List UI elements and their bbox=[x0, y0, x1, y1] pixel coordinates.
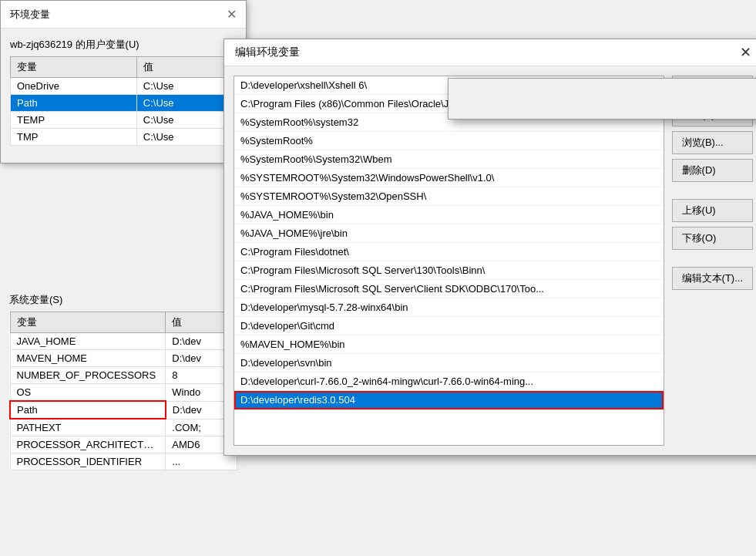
sys-var-name: PROCESSOR_ARCHITECTURE bbox=[10, 436, 166, 453]
browse-button[interactable]: 浏览(B)... bbox=[672, 131, 753, 154]
user-var-name: OneDrive bbox=[11, 78, 137, 95]
path-list[interactable]: D:\developer\xshell\Xshell 6\C:\Program … bbox=[234, 76, 664, 446]
edit-env-body: D:\developer\xshell\Xshell 6\C:\Program … bbox=[224, 66, 756, 455]
sys-var-row[interactable]: PathD:\dev bbox=[10, 401, 237, 419]
user-var-name: Path bbox=[11, 95, 137, 112]
sys-var-row[interactable]: PROCESSOR_ARCHITECTUREAMD6 bbox=[10, 436, 237, 453]
user-var-row[interactable]: TMPC:\Use bbox=[11, 129, 237, 146]
path-list-item[interactable]: D:\developer\svn\bin bbox=[234, 354, 664, 372]
user-vars-table: 变量 值 OneDriveC:\UsePathC:\UseTEMPC:\UseT… bbox=[10, 56, 237, 146]
env-vars-dialog: 环境变量 ✕ wb-zjq636219 的用户变量(U) 变量 值 OneDri… bbox=[0, 0, 247, 163]
user-var-val: C:\Use bbox=[136, 78, 236, 95]
sys-var-row[interactable]: NUMBER_OF_PROCESSORS8 bbox=[10, 367, 237, 384]
spacer2 bbox=[672, 254, 753, 262]
user-col-val: 值 bbox=[136, 57, 236, 78]
path-list-item[interactable]: %SystemRoot%\System32\Wbem bbox=[234, 150, 664, 169]
user-var-val: C:\Use bbox=[136, 112, 236, 129]
path-list-item[interactable]: C:\Program Files\Microsoft SQL Server\Cl… bbox=[234, 280, 664, 298]
edit-env-dialog: 编辑环境变量 ✕ D:\developer\xshell\Xshell 6\C:… bbox=[223, 39, 756, 456]
sys-var-row[interactable]: PATHEXT.COM; bbox=[10, 419, 237, 436]
path-list-item[interactable]: %SystemRoot% bbox=[234, 132, 664, 150]
path-list-item[interactable]: %MAVEN_HOME%\bin bbox=[234, 335, 664, 354]
edit-env-close-icon[interactable]: ✕ bbox=[740, 45, 751, 59]
path-list-item[interactable]: %JAVA_HOME%\bin bbox=[234, 206, 664, 224]
sys-vars-section: 系统变量(S) 变量 值 JAVA_HOMED:\devMAVEN_HOMED:… bbox=[0, 293, 247, 478]
sys-var-name: OS bbox=[10, 384, 166, 402]
edit-text-button[interactable]: 编辑文本(T)... bbox=[672, 267, 753, 290]
path-list-item[interactable]: D:\developer\Git\cmd bbox=[234, 317, 664, 335]
path-list-item[interactable]: %SYSTEMROOT%\System32\WindowsPowerShell\… bbox=[234, 169, 664, 187]
sys-var-name: PATHEXT bbox=[10, 419, 166, 436]
sys-var-name: MAVEN_HOME bbox=[10, 350, 166, 367]
user-var-name: TEMP bbox=[11, 112, 137, 129]
user-var-name: TMP bbox=[11, 129, 137, 146]
path-list-item[interactable]: D:\developer\redis3.0.504 bbox=[234, 391, 664, 409]
path-list-item[interactable]: %JAVA_HOME%\jre\bin bbox=[234, 224, 664, 243]
side-buttons: 新建(N) 编辑(E) 浏览(B)... 删除(D) 上移(U) 下移(O) 编… bbox=[672, 76, 753, 446]
path-list-item[interactable]: D:\developer\curl-7.66.0_2-win64-mingw\c… bbox=[234, 372, 664, 391]
sys-var-name: PROCESSOR_IDENTIFIER bbox=[10, 453, 166, 470]
user-vars-label: wb-zjq636219 的用户变量(U) bbox=[10, 38, 237, 52]
delete-button[interactable]: 删除(D) bbox=[672, 159, 753, 182]
user-var-val: C:\Use bbox=[136, 95, 236, 112]
user-var-row[interactable]: TEMPC:\Use bbox=[11, 112, 237, 129]
sys-var-row[interactable]: MAVEN_HOMED:\dev bbox=[10, 350, 237, 367]
spacer1 bbox=[672, 187, 753, 194]
sys-var-row[interactable]: PROCESSOR_IDENTIFIER... bbox=[10, 453, 237, 470]
edit-env-footer: 确定 取消 bbox=[448, 78, 756, 120]
sys-var-name: Path bbox=[10, 401, 166, 419]
user-var-row[interactable]: PathC:\Use bbox=[11, 95, 237, 112]
path-list-item[interactable]: C:\Program Files\dotnet\ bbox=[234, 243, 664, 261]
env-vars-title-bar: 环境变量 ✕ bbox=[1, 1, 246, 29]
move-up-button[interactable]: 上移(U) bbox=[672, 199, 753, 222]
sys-vars-table: 变量 值 JAVA_HOMED:\devMAVEN_HOMED:\devNUMB… bbox=[9, 312, 237, 470]
edit-env-title: 编辑环境变量 bbox=[235, 45, 300, 59]
env-vars-content: wb-zjq636219 的用户变量(U) 变量 值 OneDriveC:\Us… bbox=[1, 29, 246, 163]
path-list-item[interactable]: D:\developer\mysql-5.7.28-winx64\bin bbox=[234, 298, 664, 317]
move-down-button[interactable]: 下移(O) bbox=[672, 227, 753, 250]
edit-env-title-bar: 编辑环境变量 ✕ bbox=[224, 39, 756, 66]
sys-var-name: JAVA_HOME bbox=[10, 333, 166, 350]
env-vars-title: 环境变量 bbox=[10, 8, 50, 22]
sys-var-row[interactable]: JAVA_HOMED:\dev bbox=[10, 333, 237, 350]
sys-col-var: 变量 bbox=[10, 312, 166, 333]
path-list-item[interactable]: C:\Program Files\Microsoft SQL Server\13… bbox=[234, 261, 664, 280]
sys-var-name: NUMBER_OF_PROCESSORS bbox=[10, 367, 166, 384]
user-var-val: C:\Use bbox=[136, 129, 236, 146]
user-var-row[interactable]: OneDriveC:\Use bbox=[11, 78, 237, 95]
sys-var-row[interactable]: OSWindo bbox=[10, 384, 237, 402]
path-list-item[interactable]: %SYSTEMROOT%\System32\OpenSSH\ bbox=[234, 187, 664, 206]
user-col-var: 变量 bbox=[11, 57, 137, 78]
env-vars-close-icon[interactable]: ✕ bbox=[227, 7, 237, 22]
sys-vars-label: 系统变量(S) bbox=[9, 293, 237, 307]
